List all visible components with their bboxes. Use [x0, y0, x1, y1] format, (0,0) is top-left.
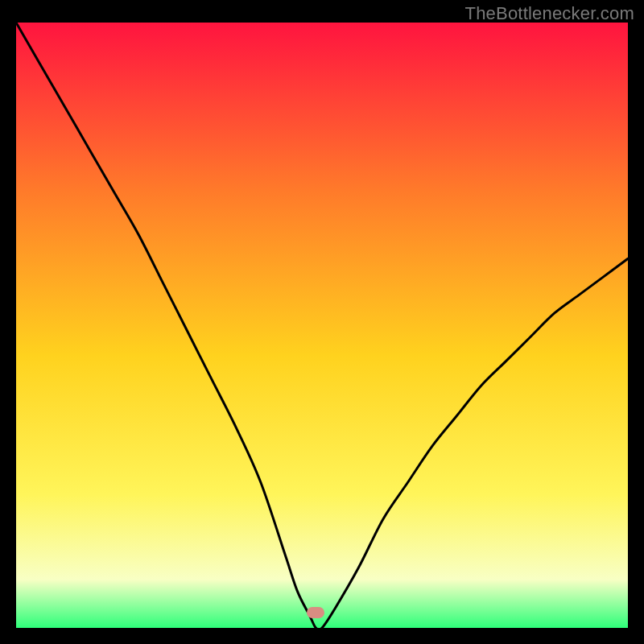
- chart-frame: TheBottlenecker.com: [0, 0, 644, 644]
- plot-svg: [16, 23, 628, 628]
- plot-area: [16, 23, 628, 628]
- gradient-background: [16, 23, 628, 628]
- watermark-label: TheBottlenecker.com: [465, 3, 634, 24]
- optimal-point-marker: [307, 607, 324, 618]
